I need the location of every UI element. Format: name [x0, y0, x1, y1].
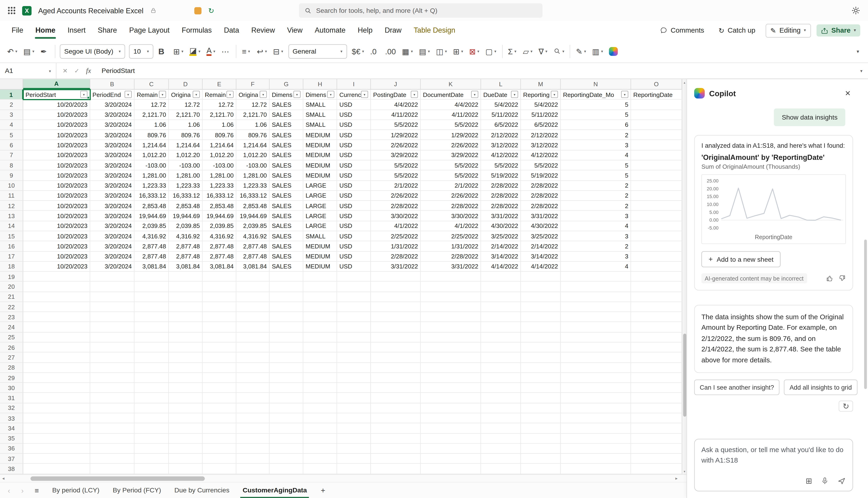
cell-e31[interactable] — [203, 393, 237, 403]
cell-o1[interactable]: ReportingDate — [631, 90, 682, 100]
row-header-19[interactable]: 19 — [0, 272, 23, 282]
cell-d21[interactable] — [169, 292, 203, 302]
cell-b33[interactable] — [90, 414, 135, 423]
row-header-38[interactable]: 38 — [0, 464, 23, 474]
cell-g38[interactable] — [270, 464, 304, 474]
row-header-35[interactable]: 35 — [0, 433, 23, 444]
paste-button[interactable]: ▤▾ — [21, 43, 37, 60]
cell-i8[interactable]: USD — [337, 160, 371, 171]
cell-d19[interactable] — [169, 272, 203, 282]
cell-c15[interactable]: 4,316.92 — [135, 231, 169, 241]
cell-l20[interactable] — [481, 282, 521, 292]
filter-button[interactable]: ▾ — [327, 91, 334, 98]
cell-c36[interactable] — [135, 444, 169, 454]
cell-g27[interactable] — [270, 353, 304, 363]
row-header-32[interactable]: 32 — [0, 403, 23, 413]
cell-j33[interactable] — [371, 414, 421, 423]
cell-b20[interactable] — [90, 282, 135, 292]
number-format-select[interactable]: General▾ — [288, 44, 347, 58]
cell-k24[interactable] — [421, 322, 481, 332]
cell-g26[interactable] — [270, 343, 304, 353]
cell-h25[interactable] — [303, 332, 337, 342]
cell-d8[interactable]: -103.00 — [169, 160, 203, 171]
row-header-11[interactable]: 11 — [0, 191, 23, 201]
cell-f36[interactable] — [236, 444, 269, 454]
cell-k27[interactable] — [421, 353, 481, 363]
column-header-k[interactable]: K — [421, 79, 481, 89]
cell-n20[interactable] — [561, 282, 631, 292]
cell-n16[interactable]: 2 — [561, 241, 631, 251]
cell-f4[interactable]: 1.06 — [236, 120, 269, 130]
cell-b1[interactable]: PeriodEnd▾ — [90, 90, 135, 100]
cell-e30[interactable] — [203, 383, 237, 393]
filter-button[interactable]: ▾ — [471, 91, 478, 98]
cell-i29[interactable] — [337, 373, 371, 383]
cell-a28[interactable] — [23, 363, 90, 373]
scroll-right-icon[interactable]: ▸ — [675, 475, 678, 482]
column-header-a[interactable]: A — [23, 79, 90, 89]
cell-k12[interactable]: 2/28/2022 — [421, 201, 481, 211]
cell-k3[interactable]: 4/11/2022 — [421, 110, 481, 120]
cell-h24[interactable] — [303, 322, 337, 332]
cell-b32[interactable] — [90, 403, 135, 413]
all-sheets-icon[interactable]: ≡ — [30, 486, 43, 495]
row-header-5[interactable]: 5 — [0, 130, 23, 140]
cell-d28[interactable] — [169, 363, 203, 373]
cell-i10[interactable]: USD — [337, 181, 371, 191]
cell-b13[interactable]: 3/20/2024 — [90, 211, 135, 221]
cell-f3[interactable]: 2,121.70 — [236, 110, 269, 120]
thumbs-down-icon[interactable] — [838, 275, 846, 282]
cell-d5[interactable]: 809.76 — [169, 130, 203, 140]
cell-d14[interactable]: 2,039.85 — [169, 221, 203, 231]
cell-j27[interactable] — [371, 353, 421, 363]
cell-i14[interactable]: USD — [337, 221, 371, 231]
cell-b37[interactable] — [90, 454, 135, 464]
cell-m15[interactable]: 3/25/2022 — [521, 231, 561, 241]
cell-e32[interactable] — [203, 403, 237, 413]
cell-c5[interactable]: 809.76 — [135, 130, 169, 140]
cell-a19[interactable] — [23, 272, 90, 282]
cell-a20[interactable] — [23, 282, 90, 292]
cell-d10[interactable]: 1,223.33 — [169, 181, 203, 191]
cell-m3[interactable]: 5/11/2022 — [521, 110, 561, 120]
font-name-select[interactable]: Segoe UI (Body)▾ — [60, 44, 125, 58]
filter-button[interactable]: ▾ — [80, 91, 88, 98]
column-header-c[interactable]: C — [135, 79, 169, 89]
row-header-12[interactable]: 12 — [0, 201, 23, 211]
cell-g22[interactable] — [270, 302, 304, 312]
cell-h33[interactable] — [303, 414, 337, 423]
cell-m32[interactable] — [521, 403, 561, 413]
cell-i23[interactable] — [337, 312, 371, 322]
cell-h5[interactable]: MEDIUM — [303, 130, 337, 140]
cell-b27[interactable] — [90, 353, 135, 363]
cell-h38[interactable] — [303, 464, 337, 474]
cell-c3[interactable]: 2,121.70 — [135, 110, 169, 120]
cell-g20[interactable] — [270, 282, 304, 292]
cell-l14[interactable]: 4/30/2022 — [481, 221, 521, 231]
catch-up-button[interactable]: ↻ Catch up — [714, 24, 760, 37]
cell-n34[interactable] — [561, 423, 631, 433]
column-header-n[interactable]: N — [561, 79, 631, 89]
suggestion-chip-can-i-see-another-insight[interactable]: Can I see another insight? — [694, 380, 780, 395]
app-launcher-icon[interactable] — [8, 6, 15, 14]
cell-e8[interactable]: -103.00 — [203, 160, 237, 171]
cell-g29[interactable] — [270, 373, 304, 383]
filter-button[interactable]: ▾ — [551, 91, 558, 98]
cell-i16[interactable]: USD — [337, 241, 371, 251]
cell-g1[interactable]: Dimens▾ — [270, 90, 304, 100]
cell-m19[interactable] — [521, 272, 561, 282]
cell-i12[interactable]: USD — [337, 201, 371, 211]
cell-f30[interactable] — [236, 383, 269, 393]
cell-n33[interactable] — [561, 414, 631, 423]
cell-d18[interactable]: 3,081.84 — [169, 262, 203, 272]
cell-n11[interactable]: 2 — [561, 191, 631, 201]
cell-e16[interactable]: 2,877.48 — [203, 241, 237, 251]
cell-e17[interactable]: 2,877.48 — [203, 251, 237, 261]
cell-c28[interactable] — [135, 363, 169, 373]
cell-o6[interactable] — [631, 140, 682, 150]
cell-g15[interactable]: SALES — [270, 231, 304, 241]
cell-i32[interactable] — [337, 403, 371, 413]
filter-button[interactable]: ▾ — [125, 91, 132, 98]
cell-h32[interactable] — [303, 403, 337, 413]
cell-b24[interactable] — [90, 322, 135, 332]
